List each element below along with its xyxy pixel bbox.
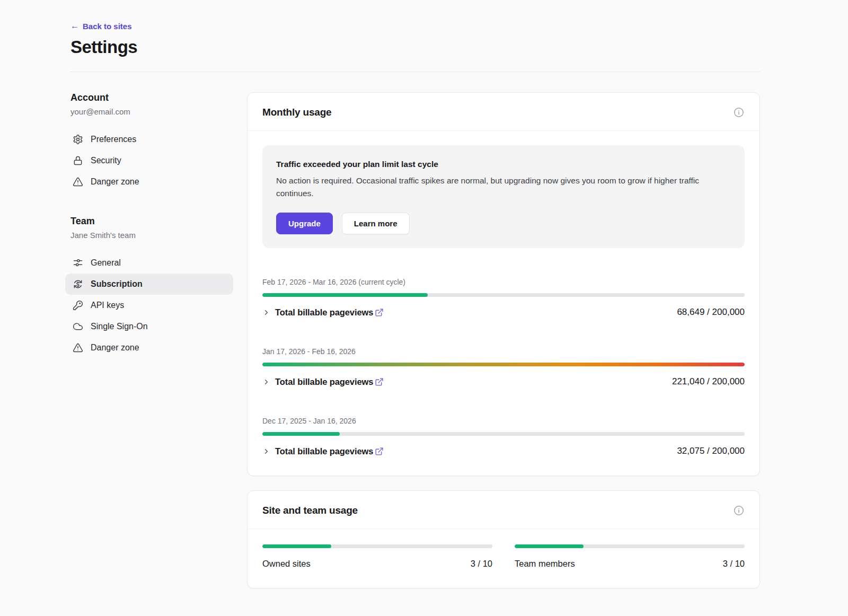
usage-value: 32,075 / 200,000 xyxy=(677,446,745,456)
sidebar-item-preferences[interactable]: Preferences xyxy=(65,129,233,150)
usage-progress-bar xyxy=(262,363,745,366)
alert-body: No action is required. Occasional traffi… xyxy=(276,174,731,200)
back-to-sites-link[interactable]: ← Back to sites xyxy=(70,22,132,31)
sidebar-item-label: Subscription xyxy=(91,279,143,289)
usage-cycle-older: Dec 17, 2025 - Jan 16, 2026 Total billab… xyxy=(262,417,745,456)
site-team-usage-title: Site and team usage xyxy=(262,505,358,516)
external-link-icon[interactable] xyxy=(375,447,384,456)
owned-sites-progress-fill xyxy=(262,544,331,548)
info-icon[interactable] xyxy=(733,107,745,118)
sidebar-section-account: Account your@email.com Preferences Secur… xyxy=(70,92,233,192)
usage-label: Total billable pageviews xyxy=(275,446,373,456)
metric-label: Team members xyxy=(515,559,575,569)
chevron-right-icon xyxy=(262,447,270,455)
info-icon[interactable] xyxy=(733,505,745,516)
cycle-period: Jan 17, 2026 - Feb 16, 2026 xyxy=(262,347,745,356)
usage-progress-bar xyxy=(262,432,745,436)
sidebar-item-label: General xyxy=(91,258,121,268)
metric-value: 3 / 10 xyxy=(723,559,745,569)
lock-icon xyxy=(73,155,83,166)
metric-value: 3 / 10 xyxy=(471,559,492,569)
arrow-left-icon: ← xyxy=(70,22,79,30)
settings-main: Monthly usage Traffic exceeded your plan… xyxy=(247,92,760,605)
alert-title: Traffic exceeded your plan limit last cy… xyxy=(276,160,731,169)
team-nav: General Subscription API keys xyxy=(65,252,233,358)
sidebar-section-team: Team Jane Smith's team General Subscript… xyxy=(70,216,233,358)
key-icon xyxy=(73,300,83,311)
cycle-period: Dec 17, 2025 - Jan 16, 2026 xyxy=(262,417,745,425)
cycle-period: Feb 17, 2026 - Mar 16, 2026 (current cyc… xyxy=(262,278,745,286)
usage-label: Total billable pageviews xyxy=(275,307,373,318)
warning-triangle-icon xyxy=(73,342,83,353)
team-heading: Team xyxy=(70,216,233,227)
usage-label: Total billable pageviews xyxy=(275,377,373,387)
team-members-metric: Team members 3 / 10 xyxy=(515,544,745,569)
usage-progress-fill xyxy=(262,432,340,436)
account-email: your@email.com xyxy=(70,107,233,116)
team-members-progress-bar xyxy=(515,544,745,548)
usage-progress-fill xyxy=(262,293,428,297)
sidebar-item-label: API keys xyxy=(91,301,124,310)
usage-cycle-previous: Jan 17, 2026 - Feb 16, 2026 Total billab… xyxy=(262,347,745,387)
warning-triangle-icon xyxy=(73,177,83,187)
usage-cycle-current: Feb 17, 2026 - Mar 16, 2026 (current cyc… xyxy=(262,278,745,318)
gear-icon xyxy=(73,134,83,145)
page-title: Settings xyxy=(70,37,760,57)
sliders-icon xyxy=(73,258,83,268)
upgrade-button[interactable]: Upgrade xyxy=(276,213,333,234)
account-heading: Account xyxy=(70,92,233,103)
sidebar-item-danger-zone-team[interactable]: Danger zone xyxy=(65,337,233,358)
sidebar-item-label: Single Sign-On xyxy=(91,322,148,331)
site-team-usage-card: Site and team usage Owned sites xyxy=(247,490,760,588)
settings-page: ← Back to sites Settings Account your@em… xyxy=(0,0,848,605)
pageviews-disclosure[interactable]: Total billable pageviews xyxy=(262,446,373,456)
cloud-icon xyxy=(73,321,83,332)
external-link-icon[interactable] xyxy=(375,377,384,386)
sidebar-item-single-sign-on[interactable]: Single Sign-On xyxy=(65,316,233,337)
monthly-usage-card: Monthly usage Traffic exceeded your plan… xyxy=(247,92,760,476)
chevron-right-icon xyxy=(262,309,270,316)
pageviews-disclosure[interactable]: Total billable pageviews xyxy=(262,307,373,318)
sidebar-item-label: Danger zone xyxy=(91,177,139,187)
back-link-label: Back to sites xyxy=(83,22,132,31)
team-name: Jane Smith's team xyxy=(70,231,233,240)
header-divider xyxy=(70,72,760,72)
sidebar-item-security[interactable]: Security xyxy=(65,150,233,171)
pageviews-disclosure[interactable]: Total billable pageviews xyxy=(262,377,373,387)
sidebar-item-api-keys[interactable]: API keys xyxy=(65,295,233,316)
sidebar-item-label: Preferences xyxy=(91,135,136,144)
owned-sites-metric: Owned sites 3 / 10 xyxy=(262,544,492,569)
sidebar-item-subscription[interactable]: Subscription xyxy=(65,274,233,295)
usage-progress-fill-overlimit xyxy=(262,363,745,366)
owned-sites-progress-bar xyxy=(262,544,492,548)
sidebar-item-general[interactable]: General xyxy=(65,252,233,274)
dollar-refresh-icon xyxy=(73,279,83,289)
usage-value: 68,649 / 200,000 xyxy=(677,307,745,318)
external-link-icon[interactable] xyxy=(375,308,384,317)
team-members-progress-fill xyxy=(515,544,584,548)
sidebar-item-danger-zone-account[interactable]: Danger zone xyxy=(65,171,233,192)
settings-sidebar: Account your@email.com Preferences Secur… xyxy=(70,92,233,358)
monthly-usage-title: Monthly usage xyxy=(262,107,331,118)
sidebar-item-label: Danger zone xyxy=(91,343,139,353)
account-nav: Preferences Security Danger zone xyxy=(65,129,233,192)
sidebar-item-label: Security xyxy=(91,156,121,165)
learn-more-button[interactable]: Learn more xyxy=(342,213,410,234)
chevron-right-icon xyxy=(262,378,270,386)
metric-label: Owned sites xyxy=(262,559,311,569)
traffic-exceeded-alert: Traffic exceeded your plan limit last cy… xyxy=(262,145,745,248)
usage-value: 221,040 / 200,000 xyxy=(672,376,745,387)
usage-progress-bar xyxy=(262,293,745,297)
